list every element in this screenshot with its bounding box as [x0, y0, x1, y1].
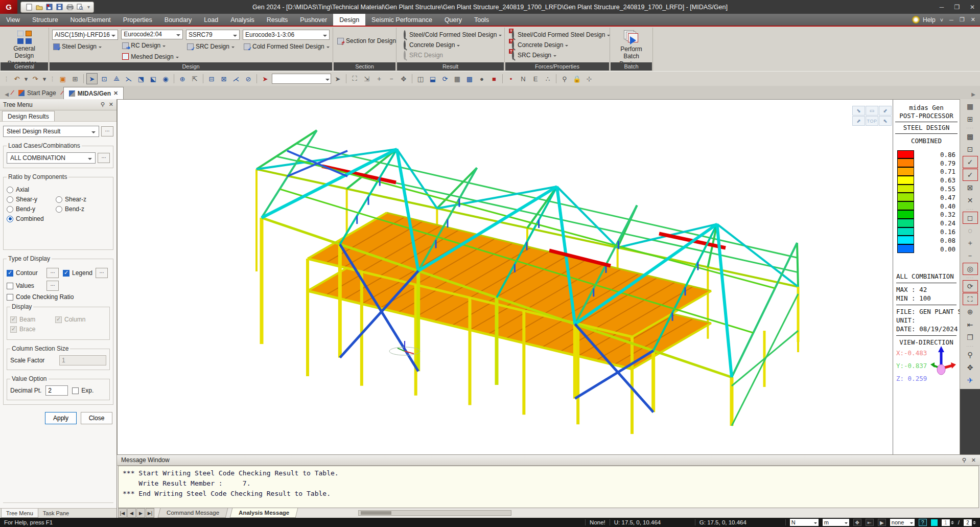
pin-icon[interactable]: ⚲ — [101, 101, 105, 108]
inactive-all-icon[interactable]: ⊠ — [963, 181, 978, 194]
zoom-in-icon[interactable]: ＋ — [374, 73, 385, 84]
tab-scroll-right-icon[interactable]: ▶ — [969, 89, 978, 99]
tab-close-icon[interactable]: ✕ — [113, 90, 118, 97]
tab-start-page[interactable]: Start Page — [13, 87, 61, 99]
help-icon[interactable] — [912, 16, 920, 24]
prev-tab-icon[interactable]: ◀ — [127, 508, 136, 518]
result-type-combobox[interactable]: Steel Design Result — [3, 126, 99, 137]
first-tab-icon[interactable]: |◀ — [118, 508, 127, 518]
menu-design[interactable]: Design — [333, 14, 365, 26]
menu-seismic-performance[interactable]: Seismic Performance — [365, 14, 438, 26]
design-parameter-icon[interactable]: ▣ — [57, 73, 68, 84]
steel-design-button[interactable]: ✓Steel Design — [52, 41, 118, 52]
rotate-up-right-icon[interactable]: ⬈ — [852, 116, 865, 126]
unselect-plane-icon[interactable]: ⋌ — [230, 73, 242, 84]
undo-dropdown-icon[interactable]: ▾ — [24, 73, 29, 84]
values-more-button[interactable]: ... — [46, 281, 59, 291]
pan-icon[interactable]: ✥ — [398, 73, 409, 84]
front-view-icon[interactable]: ⬓ — [427, 73, 438, 84]
qat-options-icon[interactable]: ▾ — [87, 4, 90, 10]
rotate-up-left-icon[interactable]: ⬉ — [879, 116, 892, 126]
snap-settings-icon[interactable]: ⇤ — [866, 519, 874, 526]
pan-hand-icon[interactable]: ✥ — [963, 361, 978, 374]
radio-shear-y[interactable]: Shear-y — [7, 196, 56, 203]
radio-shear-z[interactable]: Shear-z — [56, 196, 105, 203]
save-icon[interactable] — [45, 3, 54, 11]
forces-concrete-design-button[interactable]: TConcrete Design — [508, 40, 606, 50]
magnify-icon[interactable]: ⚲ — [963, 349, 978, 361]
menu-results[interactable]: Results — [261, 14, 294, 26]
menu-structure[interactable]: Structure — [26, 14, 64, 26]
zoom-window-icon[interactable]: ⛶ — [349, 73, 360, 84]
snap-grid-icon[interactable]: ⊞ — [963, 113, 978, 125]
menu-node-element[interactable]: Node/Element — [64, 14, 117, 26]
scale-factor-input[interactable] — [59, 355, 106, 365]
force-unit-combobox[interactable]: N — [790, 519, 819, 526]
display-node-icon[interactable]: ∴ — [542, 73, 553, 84]
zoom-out-icon[interactable]: － — [963, 250, 978, 262]
page-spinner[interactable]: 1 — [942, 519, 954, 526]
rotate-dynamic-icon[interactable]: ⟳ — [963, 280, 978, 292]
grid-icon[interactable]: ▦ — [963, 100, 978, 112]
menu-pushover[interactable]: Pushover — [294, 14, 333, 26]
zoom-fit-icon[interactable]: ◎ — [963, 263, 978, 275]
radio-axial[interactable]: Axial — [7, 186, 56, 193]
message-scrollbar[interactable] — [358, 510, 511, 516]
rotate-down-left-icon[interactable]: ⬋ — [879, 106, 892, 116]
steel-code-combobox[interactable]: AISC(15th)-LRFD16 — [52, 30, 118, 40]
rotate-view-icon[interactable]: ⟳ — [439, 73, 451, 84]
new-file-icon[interactable] — [25, 3, 33, 11]
cold-formed-steel-design-button[interactable]: ✓Cold Formed Steel Design — [243, 41, 330, 52]
result-steel-cold-formed-button[interactable]: Steel/Cold Formed Steel Design — [400, 30, 501, 40]
section-for-design-button[interactable]: ↱Section for Design — [336, 36, 393, 46]
doc-restore-icon[interactable]: ❐ — [958, 16, 966, 23]
redo-icon[interactable]: ↷ — [30, 73, 41, 84]
message-close-icon[interactable]: ✕ — [971, 457, 976, 464]
select-previous-icon[interactable]: ⟁ — [111, 73, 122, 84]
toolbar-grip[interactable]: ⋮ — [2, 76, 10, 82]
unselect-all-icon[interactable]: ⊘ — [243, 73, 254, 84]
zoom-fit-icon[interactable]: ⇲ — [361, 73, 372, 84]
radio-combined[interactable]: Combined — [7, 215, 56, 222]
select-plane-icon[interactable]: ⬔ — [135, 73, 147, 84]
rotate-axis-icon[interactable]: ⊕ — [963, 306, 978, 318]
tab-analysis-message[interactable]: Analysis Message — [230, 508, 298, 518]
help-dropdown-icon[interactable]: ˅ — [939, 17, 945, 23]
close-panel-button[interactable]: Close — [81, 412, 112, 424]
select-by-id-icon[interactable]: ➤ — [260, 73, 271, 84]
shrink-view-icon[interactable]: ▩ — [464, 73, 475, 84]
menu-boundary[interactable]: Boundary — [158, 14, 198, 26]
checkbox-code-checking-ratio[interactable]: Code Checking Ratio — [7, 293, 74, 301]
minimize-button[interactable]: ─ — [934, 2, 949, 13]
unselect-window-icon[interactable]: ⊟ — [206, 73, 217, 84]
active-all-icon[interactable]: ✓ — [963, 156, 978, 168]
active-previous-icon[interactable]: ✓ — [963, 169, 978, 181]
result-concrete-design-button[interactable]: Concrete Design — [400, 40, 501, 50]
query-help-button[interactable]: ? — [919, 519, 927, 526]
tab-command-message[interactable]: Command Message — [158, 508, 228, 518]
zoom-out-icon[interactable]: － — [386, 73, 397, 84]
ribbon-minimize-icon[interactable]: ─ — [948, 17, 955, 23]
select-polygon-icon[interactable]: ⋋ — [123, 73, 134, 84]
checkbox-values[interactable]: Values — [7, 282, 46, 289]
menu-view[interactable]: View — [0, 14, 26, 26]
src-code-combobox[interactable]: SSRC79 — [186, 30, 240, 40]
iso-view-icon[interactable]: ◫ — [415, 73, 426, 84]
node-number-icon[interactable]: N — [518, 73, 529, 84]
panel-close-icon[interactable]: ✕ — [109, 101, 113, 108]
bottom-tab-tree-menu[interactable]: Tree Menu — [1, 509, 38, 518]
pin-icon[interactable]: ⚲ — [962, 457, 966, 464]
general-design-parameter-button[interactable]: General DesignParameter — [3, 31, 45, 67]
render-view-icon[interactable]: ● — [476, 73, 487, 84]
top-view-button[interactable]: TOP — [866, 116, 878, 126]
menu-tools[interactable]: Tools — [468, 14, 495, 26]
help-label[interactable]: Help — [923, 16, 936, 24]
doc-close-icon[interactable]: ✕ — [969, 16, 977, 23]
result-type-more-button[interactable]: ... — [101, 126, 113, 136]
radio-bend-y[interactable]: Bend-y — [7, 205, 56, 213]
select-window-icon[interactable]: ⊡ — [99, 73, 110, 84]
select-recent-icon[interactable]: ⇱ — [189, 73, 200, 84]
forces-steel-cold-formed-button[interactable]: TSteel/Cold Formed Steel Design — [508, 30, 606, 40]
fly-view-icon[interactable]: ✈ — [963, 374, 978, 386]
scrollbar-thumb[interactable] — [361, 511, 391, 515]
